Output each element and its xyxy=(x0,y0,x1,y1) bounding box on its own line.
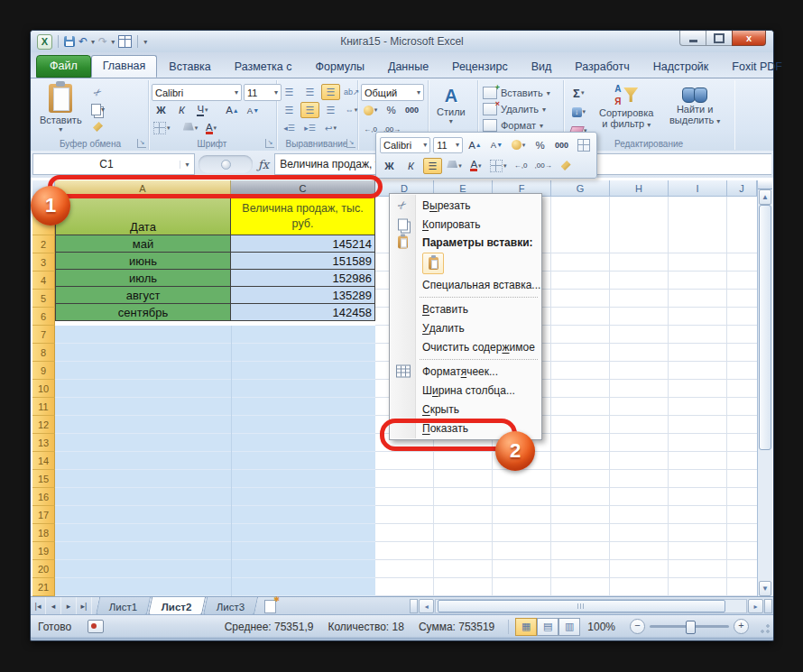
row-header-9[interactable]: 9 xyxy=(32,362,55,380)
restore-button[interactable] xyxy=(706,31,732,46)
column-header-G[interactable]: G xyxy=(551,180,610,197)
cell-A2[interactable]: май xyxy=(55,235,231,253)
mini-italic-button[interactable]: К xyxy=(402,158,420,174)
mini-currency-button[interactable]: ▾ xyxy=(509,137,528,153)
mini-decrease-decimal-button[interactable]: ,00→ xyxy=(533,158,554,174)
sheet-tab-лист2[interactable]: Лист2 xyxy=(148,597,206,615)
macro-record-icon[interactable] xyxy=(88,620,104,633)
normal-view-button[interactable]: ▦ xyxy=(515,618,537,636)
align-top-button[interactable]: ☰ xyxy=(280,84,299,100)
menu-item-формат-ячеек-[interactable]: Формат ячеек... xyxy=(390,362,541,381)
row-header-16[interactable]: 16 xyxy=(32,488,55,506)
cell-A3[interactable]: июнь xyxy=(55,253,231,270)
prev-sheet-icon[interactable]: ◂ xyxy=(46,597,61,615)
percent-button[interactable]: % xyxy=(382,102,401,118)
horizontal-split-handle[interactable] xyxy=(764,599,772,613)
horizontal-scrollbar[interactable] xyxy=(435,599,747,613)
zoom-thumb[interactable] xyxy=(686,621,696,634)
row-header-7[interactable]: 7 xyxy=(32,326,55,344)
shrink-font-button[interactable]: А▼ xyxy=(244,102,263,118)
fill-button[interactable]: ↓▾ xyxy=(568,104,589,120)
tab-file[interactable]: Файл xyxy=(36,55,91,78)
first-sheet-icon[interactable]: |◂ xyxy=(31,597,46,615)
decrease-indent-button[interactable]: ◂☰ xyxy=(280,120,299,136)
cell-C4[interactable]: 152986 xyxy=(231,270,375,287)
row-header-19[interactable]: 19 xyxy=(32,542,55,560)
row-header-13[interactable]: 13 xyxy=(32,434,55,452)
scroll-left-icon[interactable]: ◂ xyxy=(419,599,434,613)
close-button[interactable]: x xyxy=(732,31,766,46)
dialog-launcher-icon[interactable]: ↘ xyxy=(137,139,146,148)
insert-cells-button[interactable]: Вставить▾ xyxy=(483,85,550,101)
zoom-out-icon[interactable]: − xyxy=(630,619,645,634)
borders-button[interactable]: ▾ xyxy=(152,120,172,136)
paste-dropdown-icon[interactable]: ▾ xyxy=(59,125,62,133)
name-box[interactable]: C1 ▾ xyxy=(32,153,195,175)
tab-разметка с[interactable]: Разметка с xyxy=(223,56,304,78)
cell-C2[interactable]: 145214 xyxy=(231,235,375,253)
mini-increase-decimal-button[interactable]: ←,0 xyxy=(512,158,531,174)
format-painter-button[interactable] xyxy=(90,120,106,133)
cell-A4[interactable]: июль xyxy=(55,270,231,287)
mini-merge-button[interactable] xyxy=(574,137,593,153)
font-name-select[interactable]: Calibri▾ xyxy=(152,84,242,101)
align-left-button[interactable]: ☰ xyxy=(280,102,299,118)
sheet-tab-лист1[interactable]: Лист1 xyxy=(96,597,152,615)
cell-A5[interactable]: август xyxy=(55,287,231,304)
cell-A1[interactable]: Дата xyxy=(55,198,231,235)
row-header-5[interactable]: 5 xyxy=(32,290,55,308)
tab-рецензирс[interactable]: Рецензирс xyxy=(440,56,520,78)
row-header-18[interactable]: 18 xyxy=(32,524,55,542)
currency-button[interactable]: ▾ xyxy=(361,102,380,118)
italic-button[interactable]: К xyxy=(172,102,191,118)
row-header-2[interactable]: 2 xyxy=(32,235,55,253)
menu-item-копировать[interactable]: Копировать xyxy=(390,215,541,234)
column-header-H[interactable]: H xyxy=(610,180,669,197)
menu-item-скрыть[interactable]: Скрыть xyxy=(390,400,541,419)
row-header-12[interactable]: 12 xyxy=(32,416,55,434)
autosum-button[interactable]: Σ▾ xyxy=(568,85,589,101)
row-header-20[interactable]: 20 xyxy=(32,560,55,578)
sort-filter-button[interactable]: АЯ Сортировка и фильтр ▾ xyxy=(599,84,653,131)
underline-button[interactable]: Ч▾ xyxy=(193,102,212,118)
cell-A6[interactable]: сентябрь xyxy=(55,304,231,321)
fx-icon[interactable]: ƒx xyxy=(258,158,269,171)
copy-button[interactable]: ▾ xyxy=(90,103,106,116)
cell-C6[interactable]: 142458 xyxy=(231,304,375,321)
column-header-J[interactable]: J xyxy=(727,180,757,197)
resize-grip-icon[interactable] xyxy=(758,623,771,636)
mini-font-color-button[interactable]: А▾ xyxy=(466,158,485,174)
tab-split-handle[interactable] xyxy=(410,599,418,613)
dialog-launcher-icon[interactable]: ↘ xyxy=(346,139,355,148)
sheet-tab-лист3[interactable]: Лист3 xyxy=(203,597,259,615)
menu-item-параметры-вставки-[interactable]: Параметры вставки: xyxy=(390,234,541,251)
mini-thousands-button[interactable]: 000 xyxy=(552,137,571,153)
next-sheet-icon[interactable]: ▸ xyxy=(61,597,77,615)
minimize-button[interactable] xyxy=(679,31,706,46)
last-sheet-icon[interactable]: ▸| xyxy=(77,597,92,615)
row-header-3[interactable]: 3 xyxy=(32,253,55,272)
row-header-11[interactable]: 11 xyxy=(32,398,55,416)
grow-font-button[interactable]: А▲ xyxy=(223,102,242,118)
page-layout-view-button[interactable]: ▤ xyxy=(537,618,558,636)
align-bottom-button[interactable]: ☰ xyxy=(321,84,340,100)
tab-формулы[interactable]: Формулы xyxy=(304,56,376,78)
find-select-button[interactable]: Найти и выделить ▾ xyxy=(669,84,720,127)
mini-font-size-select[interactable]: 11▾ xyxy=(433,137,463,153)
cell-C1[interactable]: Величина продаж, тыс. руб. xyxy=(231,198,375,235)
align-center-button[interactable]: ☰ xyxy=(300,102,319,118)
row-header-21[interactable]: 21 xyxy=(32,578,55,596)
row-header-14[interactable]: 14 xyxy=(32,452,55,470)
row-header-6[interactable]: 6 xyxy=(32,308,55,326)
menu-item-очистить-содержимое[interactable]: Очистить содержимое xyxy=(390,337,541,356)
table-icon[interactable] xyxy=(118,35,132,48)
wrap-text-button[interactable]: ↩▾ xyxy=(321,120,340,136)
mini-font-name-select[interactable]: Calibri▾ xyxy=(380,137,430,153)
tab-foxit pdf[interactable]: Foxit PDF xyxy=(720,56,794,78)
scroll-down-icon[interactable]: ▼ xyxy=(759,581,771,596)
align-right-button[interactable]: ☰ xyxy=(321,102,340,118)
vertical-scrollbar[interactable]: ▲ ▼ xyxy=(757,180,772,596)
delete-cells-button[interactable]: Удалить▾ xyxy=(483,101,550,117)
tab-вставка[interactable]: Вставка xyxy=(157,56,222,78)
bold-button[interactable]: Ж xyxy=(152,102,171,118)
